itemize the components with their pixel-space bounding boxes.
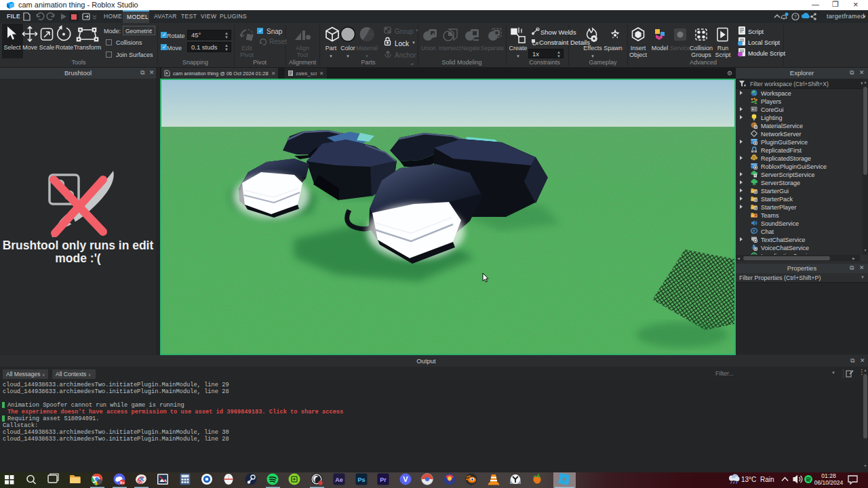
svg-text:Ae: Ae — [335, 476, 343, 483]
svg-text:Ps: Ps — [357, 476, 365, 483]
svg-text:?: ? — [794, 14, 797, 19]
svg-text:V: V — [403, 475, 408, 483]
svg-text:01:28: 01:28 — [821, 472, 836, 479]
svg-text:Pr: Pr — [380, 476, 387, 483]
svg-text:06/10/2024: 06/10/2024 — [814, 479, 844, 486]
svg-text:9+: 9+ — [120, 481, 125, 485]
svg-text:13°C: 13°C — [741, 476, 756, 483]
svg-text:Rain: Rain — [760, 476, 774, 483]
